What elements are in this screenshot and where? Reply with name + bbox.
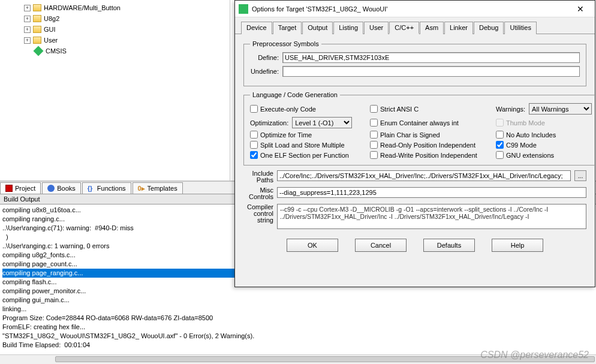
tab-project[interactable]: Project — [0, 182, 41, 194]
component-icon — [34, 46, 44, 56]
horizontal-scrollbar[interactable] — [0, 354, 596, 364]
optimization-select[interactable]: Level 1 (-O1) — [292, 117, 352, 128]
optimization-label: Optimization: — [250, 119, 288, 127]
enum-container-check[interactable]: Enum Container always int — [370, 119, 496, 127]
build-output-line[interactable]: "STM32F1_U8G2_ WouoUI\STM32F1_U8G2_ Wouo… — [2, 332, 594, 341]
readonly-pi-check[interactable]: Read-Only Position Independent — [370, 141, 496, 149]
options-dialog: Options for Target 'STM32F1_U8G2_ WouoUI… — [234, 0, 595, 287]
undefine-input[interactable] — [282, 66, 580, 77]
dialog-tab-cc[interactable]: C/C++ — [389, 22, 419, 34]
split-load-checkbox[interactable] — [250, 141, 258, 149]
tree-node-user[interactable]: + User — [24, 35, 230, 46]
readwrite-pi-check[interactable]: Read-Write Position Independent — [370, 151, 496, 159]
tab-label: Books — [57, 185, 76, 192]
dialog-tab-utilities[interactable]: Utilities — [504, 22, 536, 34]
functions-icon: {} — [88, 185, 95, 192]
build-output-line[interactable]: Program Size: Code=28844 RO-data=6068 RW… — [2, 314, 594, 323]
dialog-titlebar[interactable]: Options for Target 'STM32F1_U8G2_ WouoUI… — [235, 1, 595, 17]
strict-ansi-check[interactable]: Strict ANSI C — [370, 105, 496, 113]
expand-icon[interactable]: + — [24, 26, 31, 33]
project-icon — [5, 185, 13, 192]
compiler-control-label: Compiler control string — [243, 204, 273, 224]
dialog-tab-device[interactable]: Device — [241, 22, 272, 34]
execute-only-checkbox[interactable] — [250, 105, 258, 113]
one-elf-check[interactable]: One ELF Section per Function — [250, 151, 370, 159]
warnings-select[interactable]: All Warnings — [529, 103, 592, 115]
include-browse-button[interactable]: ... — [574, 170, 586, 181]
language-group: Language / Code Generation Execute-only … — [243, 91, 596, 166]
preprocessor-legend: Preprocessor Symbols — [250, 40, 321, 47]
tree-node-gui[interactable]: + GUI — [24, 24, 230, 35]
thumb-mode-checkbox — [496, 119, 504, 127]
define-label: Define: — [250, 54, 279, 61]
enum-container-checkbox[interactable] — [370, 119, 378, 127]
tree-label: User — [44, 37, 58, 44]
define-input[interactable] — [282, 52, 580, 63]
include-paths-input[interactable] — [277, 170, 571, 181]
one-elf-checkbox[interactable] — [250, 151, 258, 159]
tab-books[interactable]: Books — [42, 182, 81, 194]
tree-label: GUI — [44, 26, 56, 33]
ok-button[interactable]: OK — [287, 239, 338, 252]
c99-mode-checkbox[interactable] — [496, 141, 504, 149]
optimize-time-check[interactable]: Optimize for Time — [250, 131, 370, 139]
dialog-tab-target[interactable]: Target — [273, 22, 302, 34]
execute-only-check[interactable]: Execute-only Code — [250, 105, 370, 113]
plain-char-check[interactable]: Plain Char is Signed — [370, 131, 496, 139]
scrollbar-thumb[interactable] — [55, 356, 595, 362]
dialog-tab-asm[interactable]: Asm — [420, 22, 444, 34]
expand-icon[interactable]: + — [24, 16, 31, 22]
dialog-tab-output[interactable]: Output — [302, 22, 333, 34]
dialog-app-icon — [239, 4, 248, 14]
build-output-line[interactable]: FromELF: creating hex file... — [2, 323, 594, 332]
readonly-pi-checkbox[interactable] — [370, 141, 378, 149]
gnu-ext-check[interactable]: GNU extensions — [496, 151, 592, 159]
build-output-line[interactable]: linking... — [2, 305, 594, 314]
dialog-body: Preprocessor Symbols Define: Undefine: L… — [235, 34, 595, 258]
dialog-tab-listing[interactable]: Listing — [333, 22, 363, 34]
expand-icon[interactable]: + — [24, 5, 31, 11]
language-legend: Language / Code Generation — [250, 91, 340, 98]
paths-section: Include Paths ... Misc Controls Compiler… — [243, 170, 586, 229]
dialog-tab-debug[interactable]: Debug — [474, 22, 504, 34]
build-output-line[interactable]: compiling gui_main.c... — [2, 296, 594, 305]
warnings-label: Warnings: — [496, 106, 525, 113]
readwrite-pi-checkbox[interactable] — [370, 151, 378, 159]
misc-controls-input[interactable] — [277, 187, 586, 198]
gnu-ext-checkbox[interactable] — [496, 151, 504, 159]
include-paths-label: Include Paths — [243, 170, 273, 183]
tab-label: Functions — [97, 185, 126, 192]
optimize-time-checkbox[interactable] — [250, 131, 258, 139]
tab-functions[interactable]: {} Functions — [82, 182, 131, 194]
dialog-tab-user[interactable]: User — [364, 22, 389, 34]
tree-node-cmsis[interactable]: CMSIS — [24, 46, 230, 56]
c99-mode-check[interactable]: C99 Mode — [496, 141, 592, 149]
tree-node-u8g2[interactable]: + U8g2 — [24, 13, 230, 24]
tab-templates[interactable]: 0▸ Templates — [133, 182, 183, 194]
dialog-tab-linker[interactable]: Linker — [444, 22, 473, 34]
books-icon — [47, 185, 55, 192]
split-load-check[interactable]: Split Load and Store Multiple — [250, 141, 370, 149]
undefine-label: Undefine: — [250, 68, 279, 75]
dialog-title-text: Options for Target 'STM32F1_U8G2_ WouoUI… — [252, 5, 570, 13]
tree-node-hardware[interactable]: + HARDWARE/Multi_Button — [24, 2, 230, 13]
defaults-button[interactable]: Defaults — [423, 239, 475, 252]
plain-char-checkbox[interactable] — [370, 131, 378, 139]
build-output-line[interactable]: Build Time Elapsed: 00:01:04 — [2, 341, 594, 350]
tree-label: U8g2 — [44, 15, 59, 22]
strict-ansi-checkbox[interactable] — [370, 105, 378, 113]
folder-icon — [33, 26, 41, 33]
close-button[interactable]: ✕ — [570, 2, 591, 16]
no-auto-includes-check[interactable]: No Auto Includes — [496, 131, 592, 139]
folder-icon — [33, 4, 41, 11]
tab-label: Project — [15, 185, 35, 192]
project-tree: + HARDWARE/Multi_Button + U8g2 + GUI + U… — [0, 0, 230, 181]
thumb-mode-check: Thumb Mode — [496, 119, 592, 127]
help-button[interactable]: Help — [492, 239, 543, 252]
tab-label: Templates — [148, 185, 177, 192]
build-output-line[interactable]: compiling power_monitor.c... — [2, 287, 594, 296]
no-auto-includes-checkbox[interactable] — [496, 131, 504, 139]
cancel-button[interactable]: Cancel — [355, 239, 407, 252]
preprocessor-group: Preprocessor Symbols Define: Undefine: — [243, 40, 586, 86]
expand-icon[interactable]: + — [24, 37, 31, 44]
